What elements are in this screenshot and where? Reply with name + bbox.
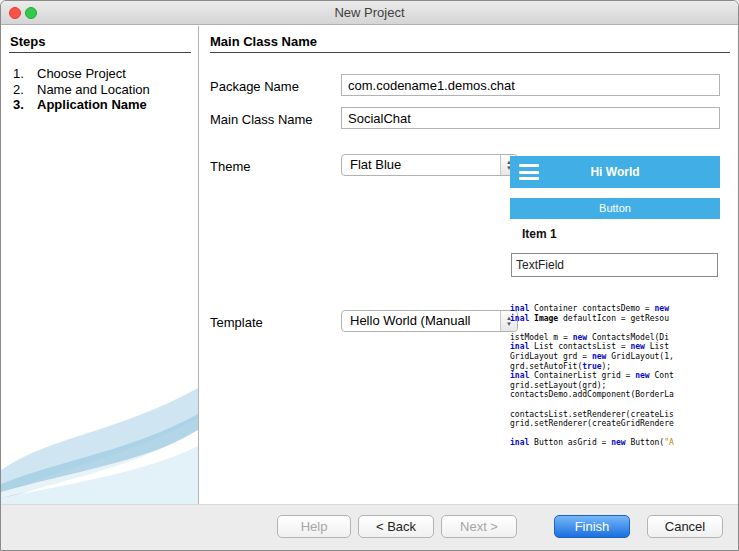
preview-titlebar: Hi World (510, 156, 720, 188)
steps-sidebar: Steps 1. Choose Project 2. Name and Loca… (1, 26, 199, 504)
main-panel: Main Class Name Package Name Main Class … (200, 26, 738, 504)
template-code-preview: inal Container contactsDemo = new inal I… (510, 304, 739, 456)
step-label: Name and Location (37, 82, 150, 98)
steps-list: 1. Choose Project 2. Name and Location 3… (13, 66, 194, 113)
steps-divider (9, 52, 191, 53)
template-selected-value: Hello World (Manuall (350, 311, 470, 331)
preview-title: Hi World (510, 156, 720, 188)
wizard-watermark (1, 374, 198, 504)
main-class-name-input[interactable] (341, 107, 720, 129)
theme-label: Theme (210, 159, 250, 174)
preview-textfield: TextField (511, 253, 718, 277)
help-button[interactable]: Help (277, 515, 351, 538)
steps-heading: Steps (10, 34, 45, 49)
next-button[interactable]: Next > (441, 515, 517, 538)
button-bar: Help < Back Next > Finish Cancel (1, 504, 738, 550)
new-project-dialog: New Project Steps 1. Choose Project 2. N… (0, 0, 739, 551)
theme-preview: Hi World Button Item 1 TextField (510, 156, 720, 293)
title-bar: New Project (1, 1, 738, 25)
template-select[interactable]: Hello World (Manuall ▲▼ (341, 310, 518, 332)
back-button[interactable]: < Back (358, 515, 434, 538)
package-name-input[interactable] (341, 74, 720, 96)
preview-button: Button (510, 198, 720, 219)
step-name-and-location: 2. Name and Location (13, 82, 194, 98)
window-title: New Project (1, 1, 738, 25)
step-choose-project: 1. Choose Project (13, 66, 194, 82)
main-class-name-label: Main Class Name (210, 112, 313, 127)
step-label: Application Name (37, 97, 147, 113)
panel-heading: Main Class Name (210, 34, 317, 49)
cancel-button[interactable]: Cancel (647, 515, 723, 538)
step-label: Choose Project (37, 66, 126, 82)
package-name-label: Package Name (210, 79, 299, 94)
preview-list-item: Item 1 (522, 227, 557, 241)
panel-divider (210, 52, 730, 53)
step-application-name: 3. Application Name (13, 97, 194, 113)
finish-button[interactable]: Finish (554, 515, 630, 538)
theme-selected-value: Flat Blue (350, 155, 401, 175)
theme-select[interactable]: Flat Blue ▲▼ (341, 154, 518, 176)
template-label: Template (210, 315, 263, 330)
